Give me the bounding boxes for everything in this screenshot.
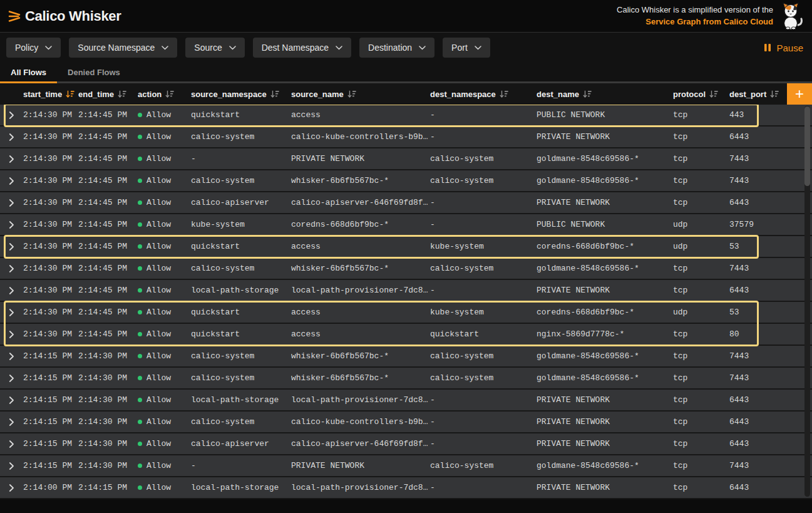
dest-name-cell: PRIVATE NETWORK <box>537 417 673 427</box>
allow-status-dot <box>138 310 142 314</box>
filter-dropdown[interactable]: Source <box>185 38 244 58</box>
end-time-cell: 2:14:45 PM <box>78 132 138 142</box>
column-header[interactable]: start_time <box>23 90 78 99</box>
table-row[interactable]: 2:14:15 PM 2:14:30 PM Allow - PRIVATE NE… <box>0 455 812 477</box>
table-row[interactable]: 2:14:15 PM 2:14:30 PM Allow calico-syste… <box>0 412 812 433</box>
table-row[interactable]: 2:14:15 PM 2:14:30 PM Allow local-path-s… <box>0 390 812 412</box>
dest-namespace-cell: - <box>430 417 537 427</box>
protocol-cell: tcp <box>673 198 729 207</box>
start-time-cell: 2:14:30 PM <box>23 286 78 295</box>
dest-port-cell: 443 <box>729 110 812 120</box>
sort-icon[interactable] <box>770 90 779 98</box>
protocol-cell: tcp <box>673 132 729 142</box>
sort-icon[interactable] <box>165 90 174 98</box>
table-row[interactable]: 2:14:30 PM 2:14:45 PM Allow kube-system … <box>0 214 812 236</box>
dest-name-cell: PRIVATE NETWORK <box>537 439 673 448</box>
table-row[interactable]: 2:14:30 PM 2:14:45 PM Allow - PRIVATE NE… <box>0 148 812 170</box>
add-column-button[interactable]: + <box>787 83 812 105</box>
expand-chevron-icon[interactable] <box>9 111 14 119</box>
table-row[interactable]: 2:14:15 PM 2:14:30 PM Allow calico-syste… <box>0 346 812 368</box>
allow-status-dot <box>138 464 142 468</box>
end-time-cell: 2:14:30 PM <box>78 417 138 427</box>
table-row[interactable]: 2:14:30 PM 2:14:45 PM Allow quickstart a… <box>0 236 812 258</box>
expand-chevron-icon[interactable] <box>9 418 14 426</box>
source-name-cell: local-path-provisioner-7dc8… <box>291 395 430 405</box>
action-cell: Allow <box>138 198 191 207</box>
source-name-cell: whisker-6b6fb567bc-* <box>291 264 430 273</box>
table-row[interactable]: 2:14:30 PM 2:14:45 PM Allow quickstart a… <box>0 105 812 127</box>
chevron-down-icon <box>475 46 481 50</box>
table-row[interactable]: 2:14:15 PM 2:14:30 PM Allow calico-syste… <box>0 368 812 390</box>
table-row[interactable]: 2:14:30 PM 2:14:45 PM Allow local-path-s… <box>0 280 812 302</box>
sort-icon[interactable] <box>709 90 718 98</box>
dest-port-cell: 7443 <box>729 373 812 383</box>
dest-name-cell: PRIVATE NETWORK <box>537 395 673 405</box>
source-namespace-cell: local-path-storage <box>191 286 291 295</box>
expand-chevron-icon[interactable] <box>9 353 14 360</box>
expand-chevron-icon[interactable] <box>9 375 14 382</box>
table-row[interactable]: 2:14:30 PM 2:14:45 PM Allow quickstart a… <box>0 302 812 324</box>
service-graph-link[interactable]: Service Graph from Calico Cloud <box>617 16 773 28</box>
filter-dropdown[interactable]: Policy <box>6 38 61 58</box>
table-row[interactable]: 2:14:30 PM 2:14:45 PM Allow calico-syste… <box>0 170 812 192</box>
expand-chevron-icon[interactable] <box>9 331 14 338</box>
table-row[interactable]: 2:14:30 PM 2:14:45 PM Allow quickstart a… <box>0 324 812 346</box>
column-header[interactable]: protocol <box>673 90 729 99</box>
table-row[interactable]: 2:14:30 PM 2:14:45 PM Allow calico-syste… <box>0 127 812 148</box>
expand-chevron-icon[interactable] <box>9 287 14 294</box>
dest-namespace-cell: - <box>430 483 537 492</box>
expand-chevron-icon[interactable] <box>9 243 14 251</box>
sort-icon[interactable] <box>583 90 592 98</box>
expand-chevron-icon[interactable] <box>9 484 14 492</box>
table-row[interactable]: 2:14:15 PM 2:14:30 PM Allow calico-apise… <box>0 433 812 455</box>
allow-status-dot <box>138 244 142 249</box>
expand-chevron-icon[interactable] <box>9 155 14 163</box>
table-row[interactable]: 2:14:00 PM 2:14:15 PM Allow local-path-s… <box>0 477 812 499</box>
expand-chevron-icon[interactable] <box>9 440 14 448</box>
expand-chevron-icon[interactable] <box>9 462 14 470</box>
filter-dropdown[interactable]: Port <box>443 38 490 58</box>
source-name-cell: calico-apiserver-646f69fd8f… <box>291 439 430 448</box>
scrollbar-thumb[interactable] <box>804 106 810 186</box>
column-header[interactable]: source_namespace <box>191 90 291 99</box>
allow-status-dot <box>138 113 142 117</box>
end-time-cell: 2:14:30 PM <box>78 461 138 470</box>
column-header[interactable]: end_time <box>78 90 138 99</box>
sort-icon[interactable] <box>347 90 356 98</box>
column-header[interactable]: dest_name <box>537 90 673 99</box>
flows-table-body: 2:14:30 PM 2:14:45 PM Allow quickstart a… <box>0 105 812 499</box>
dest-name-cell: goldmane-8548c69586-* <box>537 264 673 273</box>
sort-icon[interactable] <box>270 90 279 98</box>
column-header[interactable]: action <box>138 90 191 99</box>
chevron-down-icon <box>419 46 426 50</box>
dest-port-cell: 6443 <box>729 483 812 492</box>
column-header[interactable]: source_name <box>291 90 430 99</box>
expand-chevron-icon[interactable] <box>9 396 14 404</box>
expand-chevron-icon[interactable] <box>9 265 14 272</box>
sort-icon[interactable] <box>66 90 75 98</box>
expand-chevron-icon[interactable] <box>9 309 14 316</box>
tab-all-flows[interactable]: All Flows <box>0 63 57 83</box>
filter-dropdown[interactable]: Dest Namespace <box>253 38 351 58</box>
dest-port-cell: 7443 <box>729 264 812 273</box>
expand-chevron-icon[interactable] <box>9 199 14 207</box>
table-row[interactable]: 2:14:30 PM 2:14:45 PM Allow calico-syste… <box>0 258 812 280</box>
expand-chevron-icon[interactable] <box>9 221 14 229</box>
table-row[interactable]: 2:14:30 PM 2:14:45 PM Allow calico-apise… <box>0 192 812 214</box>
allow-status-dot <box>138 442 142 446</box>
pause-button[interactable]: Pause <box>764 43 803 53</box>
expand-chevron-icon[interactable] <box>9 133 14 141</box>
sort-icon[interactable] <box>500 90 508 98</box>
filter-dropdown[interactable]: Destination <box>359 38 434 58</box>
action-cell: Allow <box>138 264 191 273</box>
sort-icon[interactable] <box>118 90 126 98</box>
source-name-cell: local-path-provisioner-7dc8… <box>291 286 430 295</box>
source-namespace-cell: - <box>191 461 291 470</box>
expand-chevron-icon[interactable] <box>9 177 14 185</box>
tab-denied-flows[interactable]: Denied Flows <box>57 63 131 83</box>
column-header[interactable]: dest_namespace <box>430 90 537 99</box>
dest-port-cell: 6443 <box>729 439 812 448</box>
filter-dropdown[interactable]: Source Namespace <box>69 38 177 58</box>
scrollbar[interactable] <box>804 106 810 497</box>
allow-status-dot <box>138 266 142 271</box>
